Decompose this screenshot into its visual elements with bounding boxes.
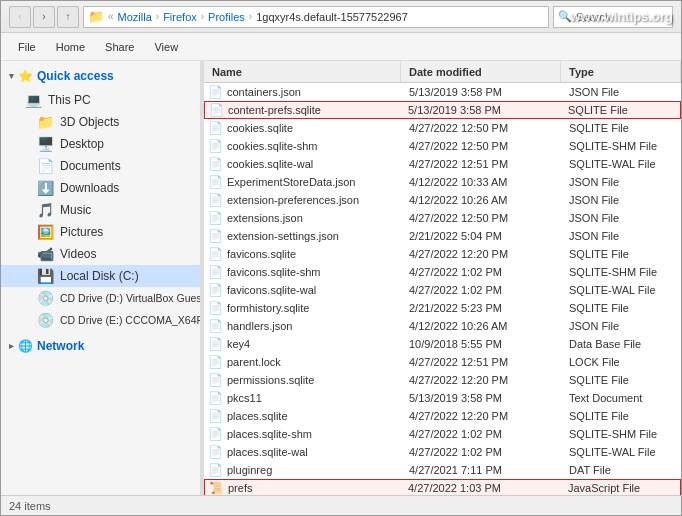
forward-button[interactable]: ›: [33, 6, 55, 28]
table-row[interactable]: 📄 content-prefs.sqlite 5/13/2019 3:58 PM…: [204, 101, 681, 119]
view-tab-button[interactable]: View: [145, 38, 187, 56]
file-date: 4/27/2022 12:51 PM: [401, 356, 561, 368]
main-content: ▾ ⭐ Quick access 💻 This PC 📁 3D Objects …: [1, 61, 681, 495]
table-row[interactable]: 📄 extensions.json 4/27/2022 12:50 PM JSO…: [204, 209, 681, 227]
table-row[interactable]: 📄 key4 10/9/2018 5:55 PM Data Base File: [204, 335, 681, 353]
quick-access-chevron: ▾: [9, 71, 14, 81]
sidebar-item-cd-drive-e[interactable]: 💿 CD Drive (E:) CCCOMA_X64FRE_: [1, 309, 200, 331]
table-row[interactable]: 📄 formhistory.sqlite 2/21/2022 5:23 PM S…: [204, 299, 681, 317]
file-name: 📄 cookies.sqlite-shm: [204, 139, 401, 153]
table-row[interactable]: 📄 containers.json 5/13/2019 3:58 PM JSON…: [204, 83, 681, 101]
address-current: 1gqxyr4s.default-15577522967: [256, 11, 408, 23]
table-row[interactable]: 📄 pkcs11 5/13/2019 3:58 PM Text Document: [204, 389, 681, 407]
file-date: 4/12/2022 10:26 AM: [401, 194, 561, 206]
table-row[interactable]: 📄 places.sqlite-shm 4/27/2022 1:02 PM SQ…: [204, 425, 681, 443]
file-name-text: handlers.json: [227, 320, 292, 332]
file-icon: 📄: [208, 175, 223, 189]
sidebar-item-downloads[interactable]: ⬇️ Downloads: [1, 177, 200, 199]
documents-icon: 📄: [37, 158, 54, 174]
sidebar-item-videos[interactable]: 📹 Videos: [1, 243, 200, 265]
search-bar[interactable]: 🔍: [553, 6, 673, 28]
file-name-text: cookies.sqlite-wal: [227, 158, 313, 170]
file-name: 📜 prefs: [205, 481, 400, 495]
sidebar-item-local-disk-c[interactable]: 💾 Local Disk (C:): [1, 265, 200, 287]
col-date-header[interactable]: Date modified: [401, 61, 561, 82]
table-row[interactable]: 📄 cookies.sqlite-wal 4/27/2022 12:51 PM …: [204, 155, 681, 173]
file-date: 5/13/2019 3:58 PM: [400, 104, 560, 116]
file-date: 4/27/2022 12:51 PM: [401, 158, 561, 170]
file-icon: 📄: [208, 427, 223, 441]
sidebar-item-music[interactable]: 🎵 Music: [1, 199, 200, 221]
address-firefox[interactable]: Firefox: [163, 11, 197, 23]
col-type-header[interactable]: Type: [561, 61, 681, 82]
table-row[interactable]: 📄 permissions.sqlite 4/27/2022 12:20 PM …: [204, 371, 681, 389]
address-bar[interactable]: 📁 « Mozilla › Firefox › Profiles › 1gqxy…: [83, 6, 549, 28]
back-button[interactable]: ‹: [9, 6, 31, 28]
sidebar-item-desktop[interactable]: 🖥️ Desktop: [1, 133, 200, 155]
file-date: 4/12/2022 10:33 AM: [401, 176, 561, 188]
file-icon: 📜: [209, 481, 224, 495]
sidebar-item-3d-objects[interactable]: 📁 3D Objects: [1, 111, 200, 133]
table-row[interactable]: 📄 pluginreg 4/27/2021 7:11 PM DAT File: [204, 461, 681, 479]
sidebar-item-documents[interactable]: 📄 Documents: [1, 155, 200, 177]
file-name: 📄 places.sqlite-shm: [204, 427, 401, 441]
share-tab-button[interactable]: Share: [96, 38, 143, 56]
home-tab-button[interactable]: Home: [47, 38, 94, 56]
file-name: 📄 extensions.json: [204, 211, 401, 225]
search-input[interactable]: [576, 11, 666, 23]
file-type: JSON File: [561, 194, 681, 206]
network-header[interactable]: ▸ 🌐 Network: [1, 335, 200, 357]
pictures-icon: 🖼️: [37, 224, 54, 240]
table-row[interactable]: 📄 cookies.sqlite 4/27/2022 12:50 PM SQLI…: [204, 119, 681, 137]
file-name: 📄 formhistory.sqlite: [204, 301, 401, 315]
table-row[interactable]: 📄 favicons.sqlite-shm 4/27/2022 1:02 PM …: [204, 263, 681, 281]
file-date: 4/27/2022 12:20 PM: [401, 374, 561, 386]
table-row[interactable]: 📄 favicons.sqlite 4/27/2022 12:20 PM SQL…: [204, 245, 681, 263]
file-type: SQLITE File: [560, 104, 680, 116]
table-row[interactable]: 📄 extension-settings.json 2/21/2022 5:04…: [204, 227, 681, 245]
file-type: SQLITE File: [561, 302, 681, 314]
file-date: 4/27/2022 12:50 PM: [401, 122, 561, 134]
table-row[interactable]: 📄 handlers.json 4/12/2022 10:26 AM JSON …: [204, 317, 681, 335]
file-name-text: places.sqlite-shm: [227, 428, 312, 440]
table-row[interactable]: 📄 favicons.sqlite-wal 4/27/2022 1:02 PM …: [204, 281, 681, 299]
file-icon: 📄: [208, 409, 223, 423]
downloads-icon: ⬇️: [37, 180, 54, 196]
desktop-icon: 🖥️: [37, 136, 54, 152]
quick-access-header[interactable]: ▾ ⭐ Quick access: [1, 65, 200, 87]
file-icon: 📄: [208, 229, 223, 243]
col-name-header[interactable]: Name: [204, 61, 401, 82]
file-name: 📄 pkcs11: [204, 391, 401, 405]
table-row[interactable]: 📜 prefs 4/27/2022 1:03 PM JavaScript Fil…: [204, 479, 681, 495]
table-row[interactable]: 📄 places.sqlite-wal 4/27/2022 1:02 PM SQ…: [204, 443, 681, 461]
file-name: 📄 cookies.sqlite-wal: [204, 157, 401, 171]
sep4: ›: [249, 11, 252, 22]
file-date: 4/27/2022 12:20 PM: [401, 410, 561, 422]
table-row[interactable]: 📄 parent.lock 4/27/2022 12:51 PM LOCK Fi…: [204, 353, 681, 371]
table-row[interactable]: 📄 places.sqlite 4/27/2022 12:20 PM SQLIT…: [204, 407, 681, 425]
file-date: 4/27/2022 1:02 PM: [401, 266, 561, 278]
table-row[interactable]: 📄 cookies.sqlite-shm 4/27/2022 12:50 PM …: [204, 137, 681, 155]
file-icon: 📄: [208, 355, 223, 369]
file-icon: 📄: [208, 139, 223, 153]
table-row[interactable]: 📄 extension-preferences.json 4/12/2022 1…: [204, 191, 681, 209]
sidebar-item-cd-drive-d[interactable]: 💿 CD Drive (D:) VirtualBox Guest A: [1, 287, 200, 309]
file-date: 4/27/2022 1:02 PM: [401, 284, 561, 296]
address-profiles[interactable]: Profiles: [208, 11, 245, 23]
table-row[interactable]: 📄 ExperimentStoreData.json 4/12/2022 10:…: [204, 173, 681, 191]
file-name: 📄 handlers.json: [204, 319, 401, 333]
file-name-text: favicons.sqlite-wal: [227, 284, 316, 296]
file-type: DAT File: [561, 464, 681, 476]
file-menu-button[interactable]: File: [9, 38, 45, 56]
file-name-text: extension-settings.json: [227, 230, 339, 242]
up-button[interactable]: ↑: [57, 6, 79, 28]
file-name: 📄 permissions.sqlite: [204, 373, 401, 387]
file-icon: 📄: [208, 265, 223, 279]
file-name-text: containers.json: [227, 86, 301, 98]
file-type: SQLITE-SHM File: [561, 266, 681, 278]
address-mozilla[interactable]: Mozilla: [118, 11, 152, 23]
file-name-text: pluginreg: [227, 464, 272, 476]
documents-label: Documents: [60, 159, 121, 173]
sidebar-item-pictures[interactable]: 🖼️ Pictures: [1, 221, 200, 243]
sidebar-item-this-pc[interactable]: 💻 This PC: [1, 89, 200, 111]
